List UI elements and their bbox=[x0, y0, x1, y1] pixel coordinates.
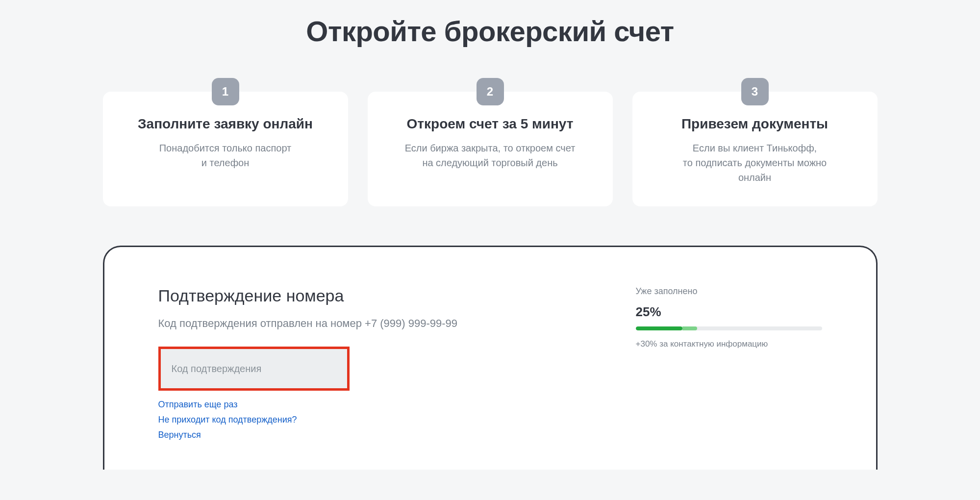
step-title: Откроем счет за 5 минут bbox=[381, 116, 599, 132]
go-back-link[interactable]: Вернуться bbox=[158, 430, 541, 440]
progress-fill-extra bbox=[682, 326, 697, 330]
page-title: Откройте брокерский счет bbox=[0, 15, 980, 48]
step-title: Привезем документы bbox=[646, 116, 864, 132]
form-subtext: Код подтверждения отправлен на номер +7 … bbox=[158, 317, 541, 330]
step-title: Заполните заявку онлайн bbox=[117, 116, 334, 132]
action-links: Отправить еще раз Не приходит код подтве… bbox=[158, 400, 541, 440]
confirmation-code-input[interactable] bbox=[161, 349, 347, 388]
step-number-badge: 3 bbox=[741, 78, 769, 105]
progress-sidebar: Уже заполнено 25% +30% за контактную инф… bbox=[636, 286, 822, 440]
progress-fill bbox=[636, 326, 682, 330]
step-desc: Понадобится только паспорт и телефон bbox=[117, 141, 334, 170]
step-card-2: 2 Откроем счет за 5 минут Если биржа зак… bbox=[368, 92, 613, 206]
step-desc: Если биржа закрыта, то откроем счет на с… bbox=[381, 141, 599, 170]
step-number-badge: 2 bbox=[477, 78, 504, 105]
progress-note: +30% за контактную информацию bbox=[636, 339, 822, 349]
progress-bar bbox=[636, 326, 822, 330]
step-card-3: 3 Привезем документы Если вы клиент Тинь… bbox=[632, 92, 878, 206]
progress-label: Уже заполнено bbox=[636, 286, 822, 297]
verification-panel: Подтверждение номера Код подтверждения о… bbox=[103, 246, 878, 470]
step-card-1: 1 Заполните заявку онлайн Понадобится то… bbox=[103, 92, 348, 206]
no-code-help-link[interactable]: Не приходит код подтверждения? bbox=[158, 415, 541, 425]
step-number-badge: 1 bbox=[212, 78, 239, 105]
progress-percent: 25% bbox=[636, 304, 822, 320]
code-input-highlight bbox=[158, 347, 350, 391]
steps-row: 1 Заполните заявку онлайн Понадобится то… bbox=[0, 92, 980, 206]
form-heading: Подтверждение номера bbox=[158, 286, 541, 305]
resend-code-link[interactable]: Отправить еще раз bbox=[158, 400, 541, 410]
step-desc: Если вы клиент Тинькофф, то подписать до… bbox=[646, 141, 864, 185]
